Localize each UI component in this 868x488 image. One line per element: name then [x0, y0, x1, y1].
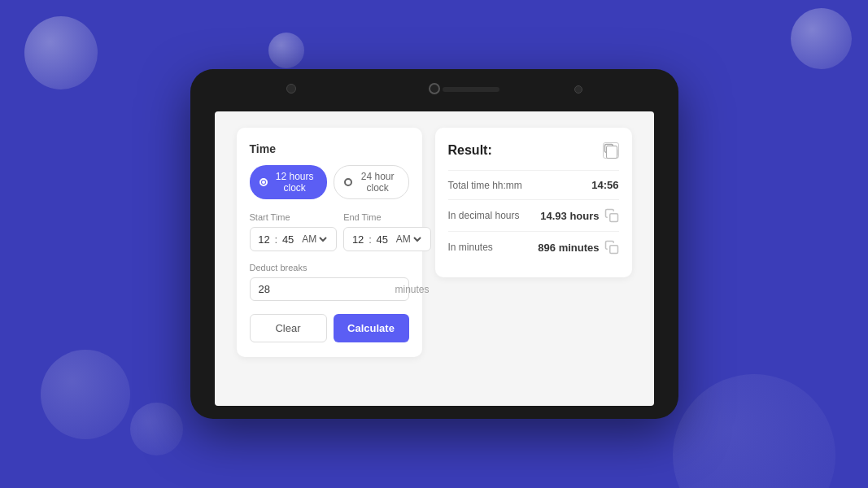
24h-clock-option[interactable]: 24 hour clock: [334, 165, 409, 199]
result-panel: Result: Total time hh:mm 14:56 In decima…: [435, 128, 632, 277]
deduct-unit: minutes: [395, 284, 430, 295]
end-ampm-select[interactable]: AM PM: [393, 233, 424, 246]
start-time-field[interactable]: 12 : 45 AM PM: [250, 227, 338, 251]
copy-all-button[interactable]: [603, 142, 619, 159]
calculate-button[interactable]: Calculate: [334, 314, 409, 342]
result-right-minutes: 896 minutes: [538, 240, 618, 255]
result-value-decimal: 14.93 hours: [540, 210, 599, 222]
result-title: Result:: [448, 143, 492, 158]
copy-decimal-button[interactable]: [604, 208, 619, 223]
clock-options-group: 12 hours clock 24 hour clock: [250, 165, 409, 199]
result-label-minutes: In minutes: [448, 242, 493, 253]
result-row-decimal: In decimal hours 14.93 hours: [448, 199, 619, 231]
start-ampm-select[interactable]: AM PM: [299, 233, 329, 246]
start-separator: :: [275, 233, 278, 246]
end-time-field[interactable]: 12 : 45 AM PM: [343, 227, 431, 251]
end-separator: :: [369, 233, 372, 246]
decoration-bubble-2: [268, 33, 304, 68]
radio-dot-24h: [344, 178, 352, 186]
deduct-breaks-field: minutes: [250, 277, 409, 301]
result-row-total: Total time hh:mm 14:56: [448, 170, 619, 199]
result-row-minutes: In minutes 896 minutes: [448, 231, 619, 263]
radio-dot-12h: [260, 178, 268, 186]
clear-button[interactable]: Clear: [250, 314, 327, 342]
result-label-decimal: In decimal hours: [448, 210, 520, 221]
camera-right-icon: [574, 85, 582, 94]
end-time-group: End Time 12 : 45 AM PM: [343, 212, 431, 251]
tablet-device: Time 12 hours clock 24 hour clock Start …: [190, 69, 678, 419]
tablet-screen: Time 12 hours clock 24 hour clock Start …: [215, 111, 654, 406]
start-hours: 12: [257, 233, 272, 246]
time-inputs-row: Start Time 12 : 45 AM PM End Time 12: [250, 212, 409, 251]
deduct-breaks-label: Deduct breaks: [250, 263, 409, 272]
decoration-bubble-4: [41, 350, 130, 439]
start-time-label: Start Time: [250, 212, 338, 222]
decoration-bubble-3: [791, 8, 852, 69]
decoration-bubble-6: [673, 374, 835, 488]
12h-clock-option[interactable]: 12 hours clock: [250, 165, 327, 199]
decoration-bubble-1: [24, 16, 98, 89]
svg-rect-0: [608, 149, 617, 157]
result-label-total: Total time hh:mm: [448, 180, 522, 191]
svg-rect-1: [609, 214, 617, 222]
result-right-total: 14:56: [591, 179, 618, 191]
start-minutes: 45: [281, 233, 295, 246]
camera-center-icon: [429, 83, 440, 94]
result-value-minutes: 896 minutes: [538, 242, 599, 254]
time-calculator-panel: Time 12 hours clock 24 hour clock Start …: [237, 128, 422, 357]
tablet-top-bar: [190, 69, 678, 111]
result-value-total: 14:56: [591, 179, 618, 191]
camera-left-icon: [286, 84, 296, 94]
action-buttons: Clear Calculate: [250, 314, 409, 342]
deduct-breaks-input[interactable]: [259, 283, 395, 295]
result-header: Result:: [448, 142, 619, 159]
result-right-decimal: 14.93 hours: [540, 208, 618, 223]
svg-rect-2: [609, 246, 617, 254]
speaker-icon: [443, 87, 499, 92]
end-hours: 12: [351, 233, 365, 246]
end-minutes: 45: [375, 233, 390, 246]
start-time-group: Start Time 12 : 45 AM PM: [250, 212, 338, 251]
end-time-label: End Time: [343, 212, 431, 222]
panel-title: Time: [250, 142, 409, 155]
copy-minutes-button[interactable]: [604, 240, 619, 255]
decoration-bubble-5: [130, 403, 183, 455]
